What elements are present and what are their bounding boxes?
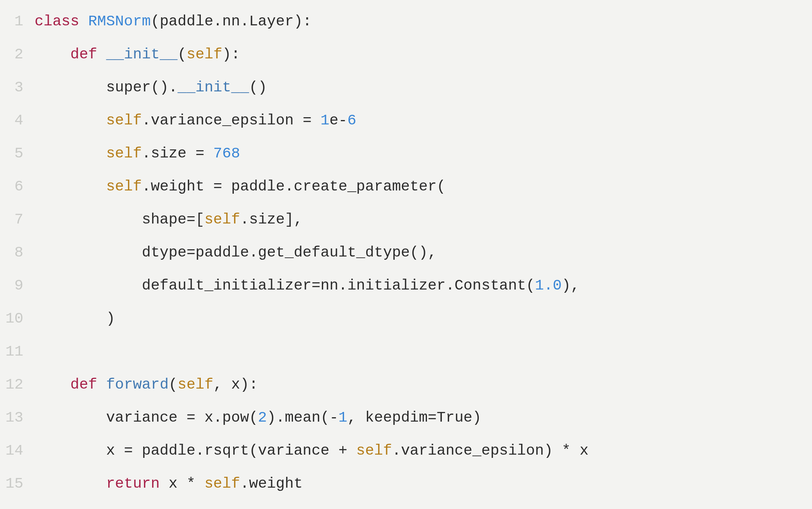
token-self: self bbox=[204, 211, 240, 228]
line-content: variance = x.pow(2).mean(-1, keepdim=Tru… bbox=[35, 401, 812, 434]
token-num: 768 bbox=[213, 145, 240, 162]
code-line: 5 self.size = 768 bbox=[0, 137, 812, 170]
line-content: ) bbox=[35, 302, 812, 335]
indent bbox=[35, 211, 142, 228]
line-number: 5 bbox=[0, 137, 35, 170]
token-self: self bbox=[177, 376, 213, 393]
code-line: 13 variance = x.pow(2).mean(-1, keepdim=… bbox=[0, 401, 812, 434]
line-number: 12 bbox=[0, 368, 35, 401]
token-fn: __init__ bbox=[106, 46, 178, 63]
token-plain: ) bbox=[106, 310, 115, 327]
line-number: 4 bbox=[0, 104, 35, 137]
token-fn: forward bbox=[106, 376, 169, 393]
token-fn: __init__ bbox=[177, 79, 249, 96]
token-plain: .weight bbox=[240, 475, 303, 492]
indent bbox=[35, 112, 106, 129]
token-plain: super(). bbox=[106, 79, 178, 96]
line-number: 7 bbox=[0, 203, 35, 236]
line-number: 8 bbox=[0, 236, 35, 269]
token-plain: ), bbox=[562, 277, 579, 294]
token-self: self bbox=[187, 46, 223, 63]
line-number: 6 bbox=[0, 170, 35, 203]
token-plain: .variance_epsilon = bbox=[142, 112, 320, 129]
token-plain: , x): bbox=[213, 376, 258, 393]
token-plain: ): bbox=[222, 46, 240, 63]
token-kw: def bbox=[70, 376, 106, 393]
line-content: self.size = 768 bbox=[35, 137, 812, 170]
token-num: 1.0 bbox=[535, 277, 562, 294]
token-plain: ( bbox=[177, 46, 186, 63]
code-line: 9 default_initializer=nn.initializer.Con… bbox=[0, 269, 812, 302]
token-plain: () bbox=[249, 79, 267, 96]
code-line: 11 bbox=[0, 335, 812, 368]
token-plain: default_initializer=nn.initializer.Const… bbox=[142, 277, 535, 294]
line-content: def __init__(self): bbox=[35, 38, 812, 71]
token-plain: dtype=paddle.get_default_dtype(), bbox=[142, 244, 437, 261]
line-number: 10 bbox=[0, 302, 35, 335]
indent bbox=[35, 145, 106, 162]
token-cls: RMSNorm bbox=[88, 13, 150, 30]
token-self: self bbox=[106, 178, 142, 195]
token-plain: ( bbox=[169, 376, 177, 393]
indent bbox=[35, 409, 106, 426]
token-plain: e- bbox=[330, 112, 347, 129]
indent bbox=[35, 475, 106, 492]
code-line: 10 ) bbox=[0, 302, 812, 335]
indent bbox=[35, 442, 106, 459]
token-plain: .size], bbox=[240, 211, 303, 228]
token-kw: class bbox=[35, 13, 88, 30]
indent bbox=[35, 178, 106, 195]
indent bbox=[35, 277, 142, 294]
token-plain: .weight = paddle.create_parameter( bbox=[142, 178, 445, 195]
token-kw: def bbox=[70, 46, 106, 63]
token-plain: variance = x.pow( bbox=[106, 409, 258, 426]
token-self: self bbox=[356, 442, 392, 459]
indent bbox=[35, 46, 70, 63]
token-num: 2 bbox=[258, 409, 267, 426]
indent bbox=[35, 310, 106, 327]
line-number: 11 bbox=[0, 335, 35, 368]
line-content: def forward(self, x): bbox=[35, 368, 812, 401]
token-num: 1 bbox=[338, 409, 347, 426]
line-content: shape=[self.size], bbox=[35, 203, 812, 236]
code-line: 6 self.weight = paddle.create_parameter( bbox=[0, 170, 812, 203]
code-line: 15 return x * self.weight bbox=[0, 467, 812, 500]
line-content: super().__init__() bbox=[35, 71, 812, 104]
token-plain: , keepdim=True) bbox=[347, 409, 481, 426]
token-kw: return bbox=[106, 475, 160, 492]
line-content: class RMSNorm(paddle.nn.Layer): bbox=[35, 5, 812, 38]
token-plain: ).mean(- bbox=[267, 409, 338, 426]
code-line: 4 self.variance_epsilon = 1e-6 bbox=[0, 104, 812, 137]
code-line: 1class RMSNorm(paddle.nn.Layer): bbox=[0, 5, 812, 38]
token-self: self bbox=[106, 112, 142, 129]
token-plain: shape=[ bbox=[142, 211, 204, 228]
line-number: 14 bbox=[0, 434, 35, 467]
token-self: self bbox=[106, 145, 142, 162]
token-plain: .size = bbox=[142, 145, 213, 162]
token-num: 1 bbox=[321, 112, 330, 129]
token-plain: x = paddle.rsqrt(variance + bbox=[106, 442, 357, 459]
line-number: 3 bbox=[0, 71, 35, 104]
code-line: 14 x = paddle.rsqrt(variance + self.vari… bbox=[0, 434, 812, 467]
token-plain: x * bbox=[160, 475, 204, 492]
indent bbox=[35, 244, 142, 261]
line-content: self.variance_epsilon = 1e-6 bbox=[35, 104, 812, 137]
line-content: return x * self.weight bbox=[35, 467, 812, 500]
line-content: x = paddle.rsqrt(variance + self.varianc… bbox=[35, 434, 812, 467]
line-content: self.weight = paddle.create_parameter( bbox=[35, 170, 812, 203]
line-number: 15 bbox=[0, 467, 35, 500]
token-num: 6 bbox=[347, 112, 356, 129]
line-number: 1 bbox=[0, 5, 35, 38]
line-content: dtype=paddle.get_default_dtype(), bbox=[35, 236, 812, 269]
line-content: default_initializer=nn.initializer.Const… bbox=[35, 269, 812, 302]
token-plain: (paddle.nn.Layer): bbox=[151, 13, 312, 30]
line-number: 2 bbox=[0, 38, 35, 71]
indent bbox=[35, 376, 70, 393]
indent bbox=[35, 79, 106, 96]
token-self: self bbox=[204, 475, 240, 492]
code-line: 3 super().__init__() bbox=[0, 71, 812, 104]
code-line: 7 shape=[self.size], bbox=[0, 203, 812, 236]
code-line: 12 def forward(self, x): bbox=[0, 368, 812, 401]
code-block: 1class RMSNorm(paddle.nn.Layer):2 def __… bbox=[0, 0, 812, 500]
code-line: 2 def __init__(self): bbox=[0, 38, 812, 71]
